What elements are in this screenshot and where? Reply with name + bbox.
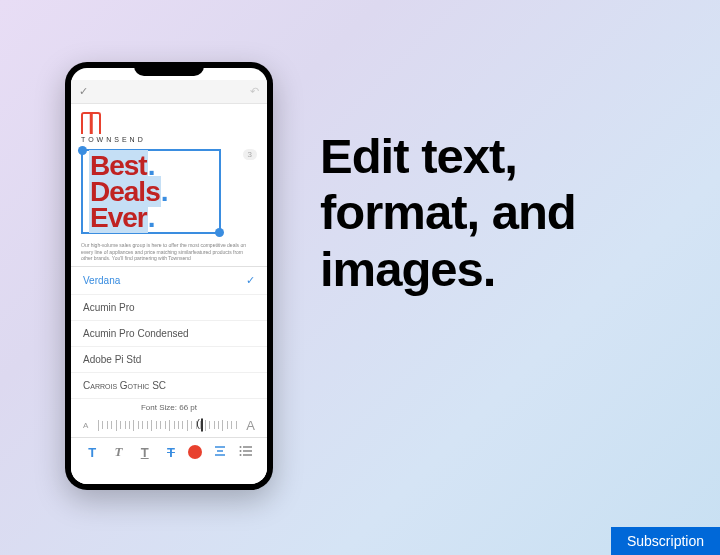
headline-text[interactable]: Best. Deals. Ever. — [89, 153, 213, 230]
tick-icon — [174, 421, 175, 429]
svg-point-2 — [239, 454, 241, 456]
subscription-badge: Subscription — [611, 527, 720, 555]
format-toolbar: T T T T — [71, 437, 267, 467]
tick-icon — [169, 420, 170, 431]
tick-icon — [107, 421, 108, 429]
check-icon: ✓ — [246, 274, 255, 287]
font-picker-panel: Verdana✓Acumin ProAcumin Pro CondensedAd… — [71, 266, 267, 484]
phone-mockup: ✓ ↶ TOWNSEND Best. Deals. Ever. 3 Our hi… — [65, 62, 273, 490]
tick-icon — [160, 421, 161, 429]
tick-icon — [138, 421, 139, 429]
slider-small-icon: A — [83, 421, 88, 430]
app-topbar: ✓ ↶ — [71, 80, 267, 104]
slider-track[interactable] — [94, 419, 240, 431]
tick-icon — [102, 421, 103, 429]
tick-icon — [205, 420, 206, 431]
text-selection-box[interactable]: Best. Deals. Ever. — [81, 149, 221, 234]
tick-icon — [191, 421, 192, 429]
resize-handle-top-left-icon[interactable] — [78, 146, 87, 155]
undo-icon[interactable]: ↶ — [250, 85, 259, 98]
italic-button[interactable]: T — [109, 444, 127, 460]
align-button[interactable] — [211, 445, 229, 460]
text-color-button[interactable] — [188, 445, 202, 459]
tick-icon — [231, 421, 232, 429]
font-option[interactable]: Acumin Pro Condensed — [71, 321, 267, 347]
font-option[interactable]: Acumin Pro — [71, 295, 267, 321]
resize-handle-bottom-right-icon[interactable] — [215, 228, 224, 237]
tick-icon — [236, 421, 237, 429]
bold-button[interactable]: T — [83, 445, 101, 460]
tick-icon — [129, 421, 130, 429]
tick-icon — [178, 421, 179, 429]
tick-icon — [142, 421, 143, 429]
brand-name: TOWNSEND — [81, 136, 146, 143]
tick-icon — [147, 421, 148, 429]
font-option[interactable]: Verdana✓ — [71, 267, 267, 295]
svg-point-1 — [239, 450, 241, 452]
check-icon[interactable]: ✓ — [79, 85, 88, 98]
tick-icon — [222, 420, 223, 431]
tick-icon — [165, 421, 166, 429]
tick-icon — [218, 421, 219, 429]
document-canvas[interactable]: TOWNSEND Best. Deals. Ever. 3 Our high-v… — [71, 104, 267, 266]
tick-icon — [133, 420, 134, 431]
font-size-label: Font Size: 66 pt — [71, 399, 267, 416]
tick-icon — [120, 421, 121, 429]
tick-icon — [209, 421, 210, 429]
tick-icon — [156, 421, 157, 429]
font-option[interactable]: Carrois Gothic SC — [71, 373, 267, 399]
logo-mark-icon — [81, 112, 101, 134]
strike-button[interactable]: T — [162, 445, 180, 460]
document-body-text: Our high-volume sales group is here to o… — [81, 242, 257, 262]
tick-icon — [214, 421, 215, 429]
tick-icon — [227, 421, 228, 429]
phone-notch — [134, 62, 204, 76]
tick-icon — [151, 420, 152, 431]
brand-logo: TOWNSEND — [81, 112, 257, 143]
tick-icon — [125, 421, 126, 429]
font-size-slider[interactable]: A A — [71, 416, 267, 437]
tick-icon — [116, 420, 117, 431]
underline-button[interactable]: T — [136, 445, 154, 460]
slider-large-icon: A — [246, 418, 255, 433]
promo-headline: Edit text, format, and images. — [320, 128, 680, 297]
page-number: 3 — [243, 149, 257, 160]
font-option[interactable]: Adobe Pi Std — [71, 347, 267, 373]
tick-icon — [111, 421, 112, 429]
tick-icon — [187, 420, 188, 431]
list-button[interactable] — [237, 445, 255, 460]
tick-icon — [182, 421, 183, 429]
svg-point-0 — [239, 446, 241, 448]
tick-icon — [98, 420, 99, 431]
phone-screen: ✓ ↶ TOWNSEND Best. Deals. Ever. 3 Our hi… — [71, 68, 267, 484]
slider-thumb-icon[interactable] — [201, 419, 203, 432]
